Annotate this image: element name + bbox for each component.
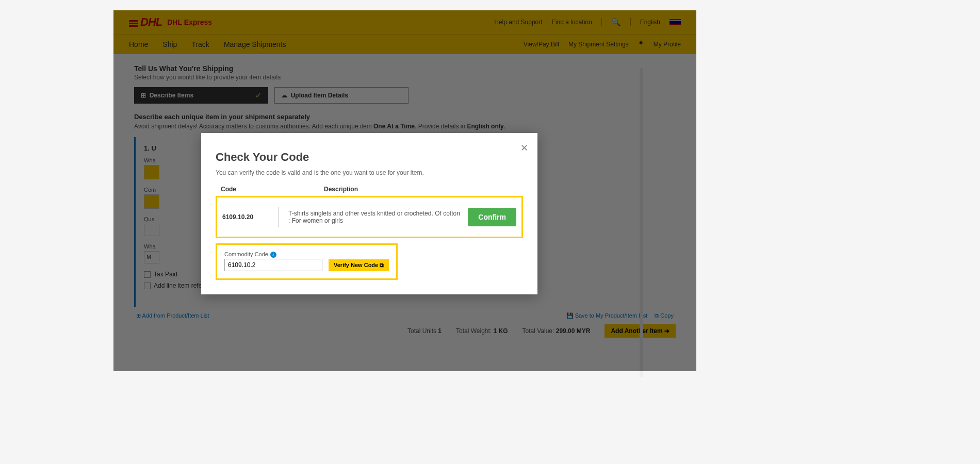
commodity-code-input[interactable] — [224, 259, 322, 271]
confirm-button[interactable]: Confirm — [468, 208, 516, 226]
modal-close-button[interactable]: ✕ — [520, 142, 528, 154]
result-header-row: Code Description — [216, 186, 523, 193]
col-header-description: Description — [324, 186, 518, 193]
verify-new-code-box: Commodity Code i Verify New Code ⧉ — [216, 243, 398, 280]
check-code-modal: ✕ Check Your Code You can verify the cod… — [201, 133, 537, 294]
modal-title: Check Your Code — [216, 151, 523, 164]
verify-new-code-button[interactable]: Verify New Code ⧉ — [329, 259, 389, 271]
modal-subtitle: You can verify the code is valid and is … — [216, 169, 523, 176]
col-header-code: Code — [221, 186, 324, 193]
commodity-code-label: Commodity Code — [224, 251, 268, 257]
code-result-row: 6109.10.20 T-shirts singlets and other v… — [216, 196, 523, 238]
result-description: T-shirts singlets and other vests knitte… — [288, 210, 468, 224]
lookup-icon: ⧉ — [380, 262, 384, 268]
info-icon[interactable]: i — [270, 252, 276, 258]
close-icon: ✕ — [520, 143, 528, 153]
result-code-value: 6109.10.20 — [222, 207, 279, 227]
